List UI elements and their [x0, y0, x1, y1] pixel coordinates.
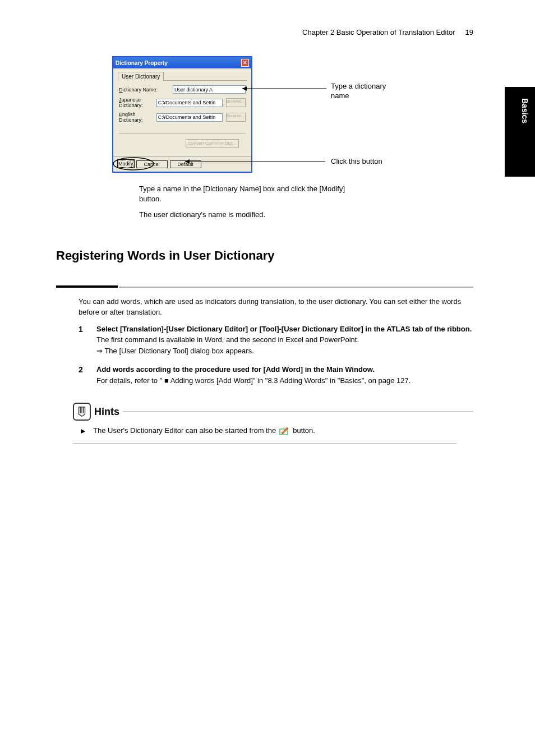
arrow-annotation-1 — [242, 86, 329, 91]
dialog-title: Dictionary Property — [116, 60, 168, 66]
intro-paragraph: You can add words, which are used as ind… — [79, 296, 473, 318]
svg-marker-4 — [185, 159, 190, 164]
tab-user-dictionary[interactable]: User Dictionary — [118, 72, 164, 81]
dictionary-name-label: Dictionary Name: — [119, 87, 169, 93]
triangle-bullet-icon: ▶ — [81, 426, 85, 436]
dialog-titlebar: Dictionary Property ✕ — [113, 57, 251, 68]
section-title: Registering Words in User Dictionary — [56, 248, 473, 263]
page-number-header: Chapter 2 Basic Operation of Translation… — [302, 28, 473, 36]
edit-icon — [279, 426, 289, 435]
arrow-annotation-2 — [185, 159, 328, 164]
step-2: 2 Add words according to the procedure u… — [79, 364, 473, 386]
hint-item: ▶ The User's Dictionary Editor can also … — [81, 425, 473, 436]
browse-button-jp[interactable]: Browse... — [226, 98, 246, 107]
japanese-dict-label: Japanese Dictionary: — [119, 97, 153, 108]
callout-dictionary-name: Type a dictionary name — [331, 82, 386, 101]
step-4-text: 4 Type a name in the [Dictionary Name] b… — [112, 184, 473, 204]
japanese-dict-input[interactable] — [156, 99, 223, 107]
english-dict-input[interactable] — [156, 113, 223, 122]
step-5-text: 5 The user dictionary's name is modified… — [112, 210, 473, 220]
hints-header: Hints — [73, 403, 473, 421]
svg-point-0 — [113, 158, 154, 170]
close-icon[interactable]: ✕ — [241, 59, 249, 67]
section-divider — [56, 285, 473, 288]
hints-label: Hints — [94, 406, 119, 418]
dictionary-property-dialog: Dictionary Property ✕ User Dictionary Di… — [112, 56, 252, 173]
hints-end-divider — [73, 443, 456, 444]
modify-circle-annotation — [112, 157, 155, 170]
convert-common-dict-button: Convert Common Dict... — [186, 139, 239, 147]
callout-modify: Click this button — [331, 157, 382, 165]
dictionary-name-input[interactable] — [173, 85, 246, 94]
pencil-icon — [73, 403, 91, 421]
browse-button-en[interactable]: Browse... — [226, 113, 246, 122]
svg-marker-2 — [242, 86, 247, 91]
english-dict-label: English Dictionary: — [119, 112, 153, 123]
step-1: 1 Select [Translation]-[User Dictionary … — [79, 324, 473, 357]
